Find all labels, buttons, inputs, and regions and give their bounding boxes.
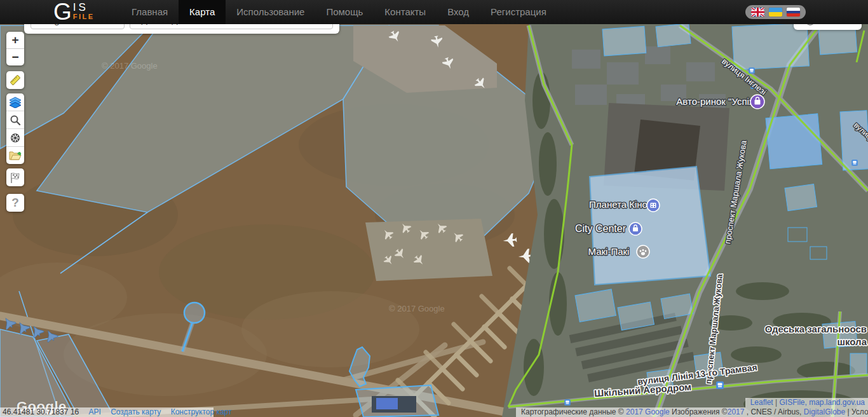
attribution-line2: Картографические данные © 2017 Google Из… — [516, 407, 868, 417]
logo-is: IS — [73, 3, 95, 13]
pets-poi-icon[interactable] — [637, 245, 649, 258]
gisfile-link[interactable]: GISFile, map.land.gov.ua — [779, 398, 865, 407]
crosshair-icon — [10, 132, 21, 144]
attr-text: , CNES / Airbus, — [744, 407, 803, 416]
attribution-separator: | — [775, 398, 777, 407]
search-tool-button[interactable] — [6, 111, 24, 129]
mall-poi-icon[interactable] — [629, 222, 642, 235]
footer-left-strip: 46.41481 30.71837 16 API Создать карту К… — [0, 407, 214, 417]
nav-login[interactable]: Вход — [437, 0, 480, 24]
question-mark-icon: ? — [11, 196, 19, 210]
checkered-flag-icon — [10, 172, 21, 184]
digitalglobe-link[interactable]: DigitalGlobe — [804, 407, 845, 416]
search-icon — [10, 114, 21, 126]
flag-uk-icon[interactable] — [769, 8, 782, 17]
language-switcher — [745, 5, 806, 19]
poi-label-avto-rynok: Авто-ринок "Успіх" — [676, 96, 757, 107]
main-nav: Главная Карта Использование Помощь Конта… — [121, 0, 557, 24]
measure-button[interactable] — [6, 71, 24, 89]
nav-help[interactable]: Помощь — [315, 0, 374, 24]
create-map-link[interactable]: Создать карту — [111, 407, 161, 416]
open-folder-icon — [9, 150, 22, 161]
attr-text: Картографические данные © — [521, 407, 626, 416]
tools-group — [6, 93, 24, 164]
aircraft-apron — [365, 219, 492, 281]
help-button[interactable]: ? — [6, 194, 24, 212]
logo-g: G — [53, 1, 72, 24]
map-constructor-link[interactable]: Конструктор карт — [171, 407, 232, 416]
cinema-poi-icon[interactable] — [647, 199, 660, 212]
locate-tool-button[interactable] — [6, 129, 24, 147]
top-navbar: G IS FILE Главная Карта Использование По… — [0, 0, 868, 24]
zoom-in-button[interactable]: + — [6, 32, 24, 49]
gisfile-logo[interactable]: G IS FILE — [53, 1, 95, 24]
open-file-tool-button[interactable] — [6, 147, 24, 164]
imagery-year-link[interactable]: 2017 — [728, 407, 745, 416]
poi-label-planeta-kino: Планета Кіно — [589, 199, 648, 210]
nav-map[interactable]: Карта — [179, 0, 226, 24]
map-canvas[interactable]: © 2017 Google © 2017 Google вулиця Інгле… — [0, 24, 868, 417]
flag-ru-icon[interactable] — [787, 8, 800, 17]
coordinates-readout: 46.41481 30.71837 16 — [3, 407, 79, 416]
map-watermark: © 2017 Google — [389, 304, 445, 313]
logo-file: FILE — [73, 13, 95, 20]
nav-home[interactable]: Главная — [121, 0, 179, 24]
map-watermark: © 2017 Google — [102, 61, 158, 71]
attr-text: | — [845, 407, 851, 416]
zoom-control: + − — [6, 32, 24, 65]
flag-en-icon[interactable] — [751, 8, 764, 17]
poi-label-school-1: Одеська загальноосв — [765, 324, 867, 334]
layers-tool-button[interactable] — [6, 93, 24, 111]
finish-flag-button[interactable] — [6, 168, 24, 186]
nav-usage[interactable]: Использование — [226, 0, 315, 24]
nav-contacts[interactable]: Контакты — [374, 0, 437, 24]
attribution-line1: Leaflet | GISFile, map.land.gov.ua — [745, 398, 868, 407]
attr-text: Изображения © — [670, 407, 728, 416]
zoom-out-button[interactable]: − — [6, 49, 24, 65]
map-container: © 2017 Google © 2017 Google вулиця Інгле… — [0, 24, 868, 417]
blue-layers-icon — [9, 97, 22, 108]
api-link[interactable]: API — [88, 407, 100, 416]
shopping-poi-icon[interactable] — [750, 95, 764, 109]
poi-label-maki-paki: Макі-Пакі — [588, 246, 630, 257]
poi-label-school-2: школа — [837, 336, 867, 347]
ruler-icon — [9, 74, 22, 86]
nav-register[interactable]: Регистрация — [480, 0, 557, 24]
terms-link[interactable]: Условия использования — [851, 407, 868, 416]
leaflet-link[interactable]: Leaflet — [750, 398, 773, 407]
google-attr-link[interactable]: 2017 Google — [626, 407, 670, 416]
poi-label-city-center: City Center — [575, 223, 627, 234]
